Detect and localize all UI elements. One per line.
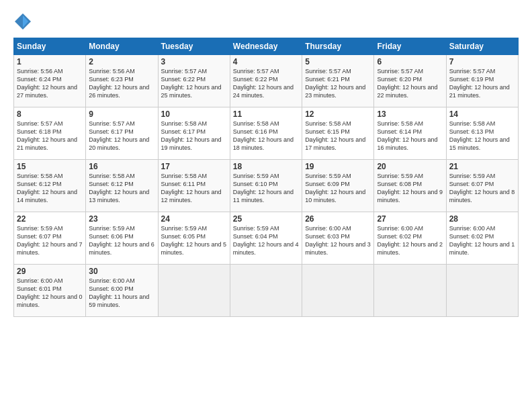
day-info: Sunrise: 5:57 AMSunset: 6:20 PMDaylight:…	[377, 67, 443, 100]
day-info: Sunrise: 5:56 AMSunset: 6:23 PMDaylight:…	[89, 67, 154, 100]
day-number: 30	[89, 267, 154, 276]
daylight-text: Daylight: 12 hours and 25 minutes.	[161, 84, 222, 99]
daylight-text: Daylight: 12 hours and 2 minutes.	[377, 241, 443, 256]
daylight-text: Daylight: 12 hours and 1 minute.	[449, 241, 515, 256]
day-info: Sunrise: 5:58 AMSunset: 6:13 PMDaylight:…	[449, 120, 515, 152]
daylight-text: Daylight: 12 hours and 8 minutes.	[449, 189, 515, 203]
calendar-cell: 14Sunrise: 5:58 AMSunset: 6:13 PMDayligh…	[446, 107, 518, 160]
calendar-cell: 18Sunrise: 5:59 AMSunset: 6:10 PMDayligh…	[230, 160, 302, 212]
daylight-text: Daylight: 12 hours and 19 minutes.	[161, 136, 222, 151]
sunrise-text: Sunrise: 5:58 AM	[377, 120, 423, 127]
daylight-text: Daylight: 12 hours and 24 minutes.	[233, 84, 294, 99]
calendar-cell: 2Sunrise: 5:56 AMSunset: 6:23 PMDaylight…	[86, 55, 158, 107]
column-header-monday: Monday	[86, 38, 158, 55]
calendar-week-row: 1Sunrise: 5:56 AMSunset: 6:24 PMDaylight…	[14, 55, 519, 107]
day-info: Sunrise: 5:57 AMSunset: 6:18 PMDaylight:…	[17, 120, 83, 152]
calendar-cell	[446, 265, 518, 317]
sunset-text: Sunset: 6:21 PM	[305, 76, 350, 83]
day-number: 28	[449, 214, 515, 224]
day-info: Sunrise: 5:59 AMSunset: 6:07 PMDaylight:…	[449, 172, 515, 205]
calendar-cell: 28Sunrise: 6:00 AMSunset: 6:02 PMDayligh…	[446, 212, 518, 265]
daylight-text: Daylight: 12 hours and 4 minutes.	[233, 241, 299, 256]
column-header-friday: Friday	[374, 38, 446, 55]
sunrise-text: Sunrise: 5:58 AM	[449, 120, 496, 127]
sunrise-text: Sunrise: 5:57 AM	[161, 68, 208, 75]
calendar-week-row: 29Sunrise: 6:00 AMSunset: 6:01 PMDayligh…	[14, 265, 519, 317]
day-number: 21	[449, 162, 515, 171]
sunrise-text: Sunrise: 5:59 AM	[233, 225, 279, 232]
day-number: 6	[377, 57, 443, 66]
sunset-text: Sunset: 6:07 PM	[449, 181, 494, 187]
sunrise-text: Sunrise: 5:57 AM	[305, 68, 351, 75]
day-info: Sunrise: 6:00 AMSunset: 6:00 PMDaylight:…	[89, 277, 154, 310]
column-header-thursday: Thursday	[302, 38, 374, 55]
sunrise-text: Sunrise: 6:00 AM	[377, 225, 423, 232]
sunrise-text: Sunrise: 5:59 AM	[17, 225, 63, 232]
calendar-cell: 25Sunrise: 5:59 AMSunset: 6:04 PMDayligh…	[230, 212, 302, 265]
day-info: Sunrise: 5:57 AMSunset: 6:21 PMDaylight:…	[305, 67, 371, 100]
daylight-text: Daylight: 12 hours and 10 minutes.	[305, 189, 365, 203]
day-info: Sunrise: 5:57 AMSunset: 6:22 PMDaylight:…	[161, 67, 227, 100]
calendar-cell: 27Sunrise: 6:00 AMSunset: 6:02 PMDayligh…	[374, 212, 446, 265]
daylight-text: Daylight: 12 hours and 17 minutes.	[305, 136, 365, 151]
sunrise-text: Sunrise: 5:58 AM	[305, 120, 351, 127]
calendar-cell: 8Sunrise: 5:57 AMSunset: 6:18 PMDaylight…	[14, 107, 86, 160]
day-info: Sunrise: 6:00 AMSunset: 6:03 PMDaylight:…	[305, 224, 371, 257]
sunset-text: Sunset: 6:00 PM	[89, 285, 134, 292]
day-number: 16	[89, 162, 154, 171]
sunset-text: Sunset: 6:23 PM	[89, 76, 134, 83]
day-number: 8	[17, 109, 83, 119]
day-number: 25	[233, 214, 299, 224]
sunset-text: Sunset: 6:17 PM	[89, 128, 134, 135]
day-number: 3	[161, 57, 227, 66]
calendar-cell	[374, 265, 446, 317]
day-info: Sunrise: 5:59 AMSunset: 6:10 PMDaylight:…	[233, 172, 299, 205]
sunset-text: Sunset: 6:04 PM	[233, 233, 278, 240]
sunset-text: Sunset: 6:22 PM	[233, 76, 278, 83]
day-info: Sunrise: 5:59 AMSunset: 6:09 PMDaylight:…	[305, 172, 371, 205]
sunrise-text: Sunrise: 5:59 AM	[89, 225, 135, 232]
logo	[13, 12, 35, 31]
header	[13, 12, 519, 31]
calendar-table: SundayMondayTuesdayWednesdayThursdayFrid…	[13, 38, 519, 317]
calendar-cell: 26Sunrise: 6:00 AMSunset: 6:03 PMDayligh…	[302, 212, 374, 265]
sunrise-text: Sunrise: 5:56 AM	[17, 68, 63, 75]
day-info: Sunrise: 5:58 AMSunset: 6:14 PMDaylight:…	[377, 120, 443, 152]
sunrise-text: Sunrise: 6:00 AM	[89, 277, 135, 284]
sunset-text: Sunset: 6:06 PM	[89, 233, 134, 240]
day-number: 12	[305, 109, 371, 119]
calendar-week-row: 22Sunrise: 5:59 AMSunset: 6:07 PMDayligh…	[14, 212, 519, 265]
sunset-text: Sunset: 6:09 PM	[305, 181, 350, 187]
calendar-cell: 23Sunrise: 5:59 AMSunset: 6:06 PMDayligh…	[86, 212, 158, 265]
calendar-cell: 7Sunrise: 5:57 AMSunset: 6:19 PMDaylight…	[446, 55, 518, 107]
daylight-text: Daylight: 12 hours and 3 minutes.	[305, 241, 371, 256]
sunset-text: Sunset: 6:20 PM	[377, 76, 422, 83]
sunrise-text: Sunrise: 5:57 AM	[377, 68, 423, 75]
calendar-week-row: 8Sunrise: 5:57 AMSunset: 6:18 PMDaylight…	[14, 107, 519, 160]
daylight-text: Daylight: 12 hours and 27 minutes.	[17, 84, 77, 99]
sunrise-text: Sunrise: 5:58 AM	[89, 173, 135, 179]
sunset-text: Sunset: 6:05 PM	[161, 233, 206, 240]
daylight-text: Daylight: 12 hours and 12 minutes.	[161, 189, 222, 203]
day-info: Sunrise: 6:00 AMSunset: 6:01 PMDaylight:…	[17, 277, 83, 310]
sunrise-text: Sunrise: 5:59 AM	[305, 173, 351, 179]
sunset-text: Sunset: 6:03 PM	[305, 233, 350, 240]
sunset-text: Sunset: 6:11 PM	[161, 181, 206, 187]
sunrise-text: Sunrise: 5:59 AM	[161, 225, 208, 232]
day-info: Sunrise: 5:58 AMSunset: 6:11 PMDaylight:…	[161, 172, 227, 205]
sunset-text: Sunset: 6:10 PM	[233, 181, 278, 187]
day-number: 13	[377, 109, 443, 119]
sunset-text: Sunset: 6:14 PM	[377, 128, 422, 135]
page: SundayMondayTuesdayWednesdayThursdayFrid…	[0, 0, 532, 411]
sunset-text: Sunset: 6:18 PM	[17, 128, 62, 135]
column-header-sunday: Sunday	[14, 38, 86, 55]
sunrise-text: Sunrise: 5:56 AM	[89, 68, 135, 75]
daylight-text: Daylight: 12 hours and 20 minutes.	[89, 136, 149, 151]
sunrise-text: Sunrise: 5:59 AM	[377, 173, 423, 179]
day-info: Sunrise: 5:59 AMSunset: 6:05 PMDaylight:…	[161, 224, 227, 257]
daylight-text: Daylight: 12 hours and 5 minutes.	[161, 241, 227, 256]
day-number: 23	[89, 214, 154, 224]
daylight-text: Daylight: 12 hours and 23 minutes.	[305, 84, 365, 99]
sunrise-text: Sunrise: 5:57 AM	[233, 68, 279, 75]
calendar-cell: 10Sunrise: 5:58 AMSunset: 6:17 PMDayligh…	[158, 107, 230, 160]
